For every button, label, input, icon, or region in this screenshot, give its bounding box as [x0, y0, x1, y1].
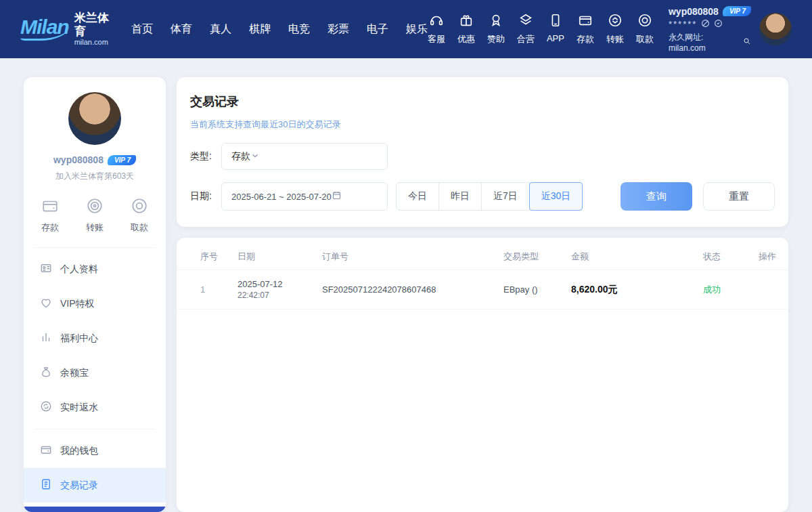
nav-link-home[interactable]: 首页 — [131, 22, 153, 37]
promo-label: 优惠 — [457, 33, 475, 45]
nav-link-esports[interactable]: 电竞 — [288, 22, 310, 37]
top-navbar: Milan 米兰体育 milan.com 首页 体育 真人 棋牌 电竞 彩票 电… — [0, 0, 812, 58]
date-label: 日期: — [190, 190, 221, 202]
divider — [35, 247, 155, 248]
refresh-icon[interactable] — [714, 19, 723, 30]
sidebar-item-transactions[interactable]: 交易记录 — [24, 468, 166, 503]
sponsor-button[interactable]: 赞助 — [487, 13, 505, 45]
cell-date: 2025-07-12 22:42:07 — [227, 279, 312, 300]
nav-link-slots[interactable]: 电子 — [367, 22, 388, 37]
app-label: APP — [547, 33, 564, 43]
type-label: 类型: — [190, 150, 221, 163]
username: wyp080808 — [669, 6, 719, 17]
medal-icon — [489, 13, 503, 30]
transfer-label: 转账 — [606, 33, 624, 45]
avatar[interactable] — [759, 13, 792, 45]
sidebar-item-profile[interactable]: 个人资料 — [24, 252, 166, 286]
document-icon — [40, 478, 52, 492]
sidebar-transfer-label: 转账 — [86, 221, 104, 234]
sidebar-item-label: 实时返水 — [60, 402, 98, 414]
sidebar-deposit-label: 存款 — [41, 221, 59, 234]
sidebar-item-wallet[interactable]: 我的钱包 — [24, 433, 166, 468]
gift-icon — [459, 13, 474, 30]
app-button[interactable]: APP — [547, 13, 564, 45]
sidebar-item-label: 我的钱包 — [60, 445, 98, 457]
transfer-button[interactable]: 转账 — [606, 13, 624, 45]
cell-order-number: SF202507122242078607468 — [312, 284, 493, 295]
nav-link-cards[interactable]: 棋牌 — [249, 22, 271, 37]
site-url-text: 永久网址: milan.com — [669, 32, 740, 53]
page-title: 交易记录 — [190, 93, 775, 110]
divider — [35, 429, 155, 429]
wallet-icon — [578, 13, 593, 30]
sidebar-withdraw-label: 取款 — [131, 221, 148, 234]
reset-button[interactable]: 重置 — [703, 182, 775, 211]
nav-link-entertainment[interactable]: 娱乐 — [406, 22, 428, 37]
type-select-value: 存款 — [231, 150, 250, 163]
service-label: 客服 — [428, 33, 445, 45]
transfer-icon — [86, 197, 104, 217]
page-subtitle: 当前系统支持查询最近30日的交易记录 — [190, 119, 775, 131]
sidebar-withdraw-button[interactable]: 取款 — [131, 197, 148, 234]
range-7days-button[interactable]: 近7日 — [481, 182, 530, 211]
search-button[interactable]: 查询 — [621, 182, 692, 211]
cell-index: 1 — [190, 284, 227, 295]
type-select[interactable]: 存款 — [221, 143, 388, 170]
brand-logo[interactable]: Milan 米兰体育 milan.com — [20, 12, 114, 47]
cell-time-value: 22:42:07 — [238, 291, 312, 300]
brand-logo-script: Milan — [20, 17, 69, 41]
sidebar-item-label: 福利中心 — [60, 333, 98, 345]
money-bag-icon — [40, 366, 52, 380]
rebate-icon — [40, 400, 52, 414]
brand-domain: milan.com — [74, 38, 114, 47]
sidebar-item-rebate[interactable]: 实时返水 — [24, 390, 166, 425]
range-yesterday-button[interactable]: 昨日 — [438, 182, 482, 211]
sidebar: wyp080808 VIP 7 加入米兰体育第603天 存款 转账 取款 个人资… — [24, 77, 166, 512]
sidebar-menu: 个人资料 VIP特权 福利中心 余额宝 实时返水 我的钱包 — [24, 252, 166, 503]
eye-icon[interactable] — [701, 19, 710, 30]
sidebar-username: wyp080808 — [53, 154, 104, 165]
headset-icon — [429, 13, 444, 30]
withdraw-button[interactable]: 取款 — [636, 13, 654, 45]
user-info-block: wyp080808 VIP 7 ****** 永久网址: milan.com — [669, 6, 751, 53]
col-header-action: 操作 — [748, 251, 788, 263]
date-range-input[interactable]: 2025-06-21 ~ 2025-07-20 — [221, 182, 388, 211]
service-button[interactable]: 客服 — [428, 13, 445, 45]
col-header-order: 订单号 — [312, 251, 493, 263]
sidebar-bottom-strip — [24, 507, 166, 512]
sidebar-item-label: 余额宝 — [60, 367, 89, 379]
quick-icon-bar: 客服 优惠 赞助 合营 APP 存款 转账 取款 — [428, 13, 654, 45]
id-card-icon — [40, 262, 52, 276]
nav-link-lottery[interactable]: 彩票 — [328, 22, 349, 37]
transfer-icon — [608, 13, 623, 30]
main-area: 交易记录 当前系统支持查询最近30日的交易记录 类型: 存款 日期: 2025-… — [177, 77, 788, 512]
promo-button[interactable]: 优惠 — [457, 13, 475, 45]
date-range-value: 2025-06-21 ~ 2025-07-20 — [231, 192, 332, 202]
sidebar-avatar[interactable] — [68, 92, 121, 145]
nav-link-sports[interactable]: 体育 — [171, 22, 192, 37]
sidebar-deposit-button[interactable]: 存款 — [41, 197, 59, 234]
wallet-icon — [41, 197, 59, 217]
sidebar-item-vip[interactable]: VIP特权 — [24, 286, 166, 321]
col-header-date: 日期 — [227, 251, 312, 263]
nav-link-live[interactable]: 真人 — [210, 22, 231, 37]
cell-type: EBpay () — [493, 284, 561, 295]
target-icon — [131, 197, 148, 217]
withdraw-icon — [637, 13, 652, 30]
table-header-row: 序号 日期 订单号 交易类型 金额 状态 操作 — [177, 243, 788, 270]
search-icon[interactable] — [743, 37, 751, 47]
sidebar-item-welfare[interactable]: 福利中心 — [24, 321, 166, 356]
affiliate-button[interactable]: 合营 — [517, 13, 535, 45]
range-today-button[interactable]: 今日 — [396, 182, 439, 211]
join-days-text: 加入米兰体育第603天 — [24, 171, 166, 182]
gem-icon — [40, 297, 52, 311]
range-30days-button[interactable]: 近30日 — [529, 182, 583, 211]
col-header-index: 序号 — [190, 251, 227, 263]
main-nav: 首页 体育 真人 棋牌 电竞 彩票 电子 娱乐 — [131, 22, 428, 37]
cell-amount: 8,620.00元 — [561, 284, 693, 296]
sidebar-item-yuebao[interactable]: 余额宝 — [24, 356, 166, 390]
deposit-button[interactable]: 存款 — [577, 13, 594, 45]
sidebar-transfer-button[interactable]: 转账 — [86, 197, 104, 234]
brand-name-cn: 米兰体育 — [74, 12, 114, 38]
wallet-icon — [40, 444, 52, 458]
